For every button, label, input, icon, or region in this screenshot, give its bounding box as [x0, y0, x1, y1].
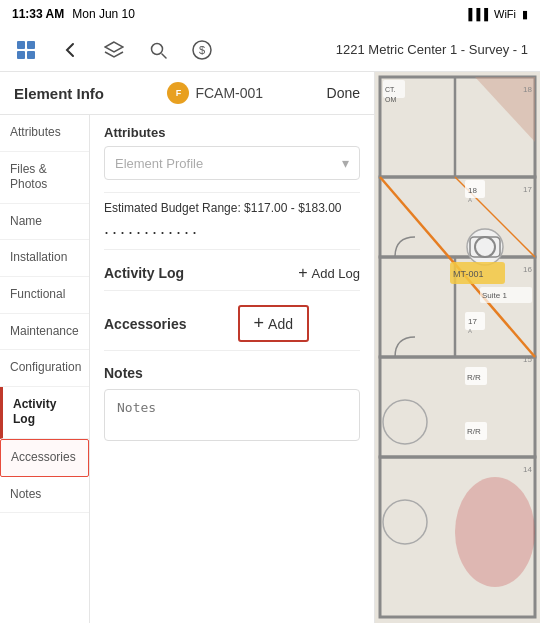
notes-section: Notes: [104, 365, 360, 445]
svg-text:CT.: CT.: [385, 86, 396, 93]
sidebar-item-maintenance[interactable]: Maintenance: [0, 314, 89, 351]
grid-icon: [17, 41, 35, 59]
svg-text:14: 14: [523, 465, 532, 474]
activity-log-title: Activity Log: [104, 265, 184, 281]
left-panel: Element Info F FCAM-001 Done Attributes …: [0, 72, 375, 623]
svg-text:A: A: [468, 328, 472, 334]
svg-text:Suite 1: Suite 1: [482, 291, 507, 300]
divider: [104, 192, 360, 193]
svg-text:$: $: [199, 44, 205, 56]
dropdown-placeholder: Element Profile: [115, 156, 203, 171]
svg-text:R/R: R/R: [467, 373, 481, 382]
content-area: Attributes Files & Photos Name Installat…: [0, 115, 374, 623]
svg-text:16: 16: [523, 265, 532, 274]
sidebar-item-notes[interactable]: Notes: [0, 477, 89, 514]
top-nav: $ 1221 Metric Center 1 - Survey - 1: [0, 28, 540, 72]
element-profile-dropdown[interactable]: Element Profile ▾: [104, 146, 360, 180]
svg-text:18: 18: [468, 186, 477, 195]
main-container: Element Info F FCAM-001 Done Attributes …: [0, 72, 540, 623]
notes-title: Notes: [104, 365, 360, 381]
search-icon[interactable]: [144, 36, 172, 64]
accessories-header: Accessories + Add: [104, 305, 360, 342]
accessories-add-button[interactable]: + Add: [238, 305, 309, 342]
plus-icon: +: [298, 264, 307, 282]
accessories-add-label: Add: [268, 316, 293, 332]
add-log-button[interactable]: + Add Log: [298, 264, 360, 282]
main-content: Attributes Element Profile ▾ Estimated B…: [90, 115, 374, 623]
notes-input[interactable]: [104, 389, 360, 441]
installation-field-row: ············: [104, 223, 360, 241]
chevron-down-icon: ▾: [342, 155, 349, 171]
sidebar-item-attributes[interactable]: Attributes: [0, 115, 89, 152]
svg-text:OM: OM: [385, 96, 396, 103]
sidebar-item-activity-log[interactable]: Activity Log: [0, 387, 89, 439]
status-bar: 11:33 AM Mon Jun 10 ▐▐▐ WiFi ▮: [0, 0, 540, 28]
nav-title: 1221 Metric Center 1 - Survey - 1: [336, 42, 528, 57]
back-button[interactable]: [56, 36, 84, 64]
installation-dots: ············: [104, 223, 360, 241]
svg-text:R/R: R/R: [467, 427, 481, 436]
divider3: [104, 290, 360, 291]
sidebar-nav: Attributes Files & Photos Name Installat…: [0, 115, 90, 623]
element-info-title: Element Info: [14, 85, 104, 102]
dollar-circle-icon[interactable]: $: [188, 36, 216, 64]
signal-icon: ▐▐▐: [465, 8, 488, 20]
floor-plan-svg: MT-001 CT. OM Suite 1 18 A 17 A R/R R/R …: [375, 72, 540, 623]
add-log-label: Add Log: [312, 266, 360, 281]
svg-text:A: A: [468, 197, 472, 203]
battery-icon: ▮: [522, 8, 528, 21]
svg-text:18: 18: [523, 85, 532, 94]
grid-menu-icon[interactable]: [12, 36, 40, 64]
svg-text:MT-001: MT-001: [453, 269, 484, 279]
svg-text:15: 15: [523, 355, 532, 364]
name-field-row: Estimated Budget Range: $117.00 - $183.0…: [104, 201, 360, 215]
status-date: Mon Jun 10: [72, 7, 135, 21]
layers-icon[interactable]: [100, 36, 128, 64]
svg-point-0: [152, 43, 163, 54]
sidebar-item-configuration[interactable]: Configuration: [0, 350, 89, 387]
element-badge: F FCAM-001: [167, 82, 263, 104]
accessories-plus-icon: +: [254, 313, 265, 334]
sidebar-item-installation[interactable]: Installation: [0, 240, 89, 277]
status-icons: ▐▐▐ WiFi ▮: [465, 8, 528, 21]
svg-text:17: 17: [468, 317, 477, 326]
badge-label: FCAM-001: [195, 85, 263, 101]
badge-circle: F: [167, 82, 189, 104]
status-time: 11:33 AM: [12, 7, 64, 21]
sidebar-item-accessories[interactable]: Accessories: [0, 439, 89, 477]
attributes-title: Attributes: [104, 125, 360, 140]
divider4: [104, 350, 360, 351]
svg-point-13: [455, 477, 535, 587]
attributes-section: Attributes Element Profile ▾: [104, 125, 360, 180]
done-button[interactable]: Done: [327, 85, 360, 101]
svg-text:17: 17: [523, 185, 532, 194]
activity-log-header: Activity Log + Add Log: [104, 264, 360, 282]
wifi-icon: WiFi: [494, 8, 516, 20]
svg-point-15: [467, 229, 503, 265]
accessories-title: Accessories: [104, 316, 187, 332]
sidebar-item-files-photos[interactable]: Files & Photos: [0, 152, 89, 204]
nav-left: $: [12, 36, 216, 64]
element-header: Element Info F FCAM-001 Done: [0, 72, 374, 115]
sidebar-item-functional[interactable]: Functional: [0, 277, 89, 314]
divider2: [104, 249, 360, 250]
right-panel-map: MT-001 CT. OM Suite 1 18 A 17 A R/R R/R …: [375, 72, 540, 623]
sidebar-item-name[interactable]: Name: [0, 204, 89, 241]
budget-range-value: Estimated Budget Range: $117.00 - $183.0…: [104, 201, 360, 215]
